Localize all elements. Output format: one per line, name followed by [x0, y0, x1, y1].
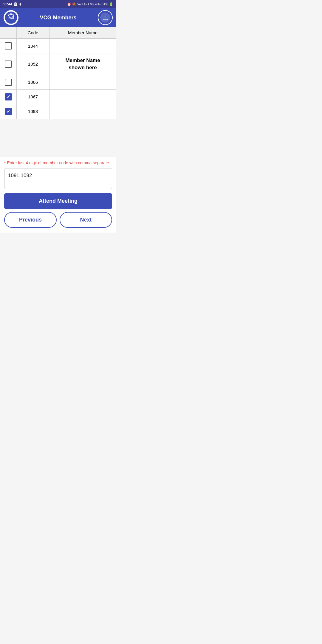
- header-check-col: [0, 27, 17, 38]
- member-name-placeholder: Member Nameshown here: [65, 57, 100, 71]
- table-row: 1044: [0, 39, 116, 53]
- time-display: 11:44: [3, 2, 12, 6]
- maahi-logo-left-svg: માહી: [4, 11, 18, 24]
- checkbox-1052[interactable]: [5, 61, 12, 68]
- header-code-col: Code: [17, 27, 49, 38]
- checkbox-1067[interactable]: [5, 93, 12, 100]
- name-col-1066: [49, 75, 116, 89]
- signal-lte1-icon: Voi LTE1: [77, 3, 89, 6]
- code-value-1067: 1067: [28, 94, 38, 99]
- download-icon: ⬇: [18, 2, 22, 7]
- attend-meeting-button[interactable]: Attend Meeting: [4, 193, 112, 209]
- status-time: 11:44 🖼 ⬇: [3, 2, 22, 7]
- hint-text: * Enter last 4 digit of member code with…: [4, 160, 112, 165]
- logo-left: માહી: [4, 10, 18, 25]
- svg-text:Maahi: Maahi: [103, 18, 108, 20]
- page: 11:44 🖼 ⬇ ⏰ 🔕 Voi LTE1 Voi 4G+ 61% 🔋 માહ…: [0, 0, 116, 233]
- status-right-icons: ⏰ 🔕 Voi LTE1 Voi 4G+ 61% 🔋: [67, 2, 113, 6]
- logo-right: 🐟 Maahi: [98, 10, 113, 25]
- check-col-1093[interactable]: [0, 104, 17, 119]
- navigation-buttons: Previous Next: [4, 212, 112, 230]
- member-code-input[interactable]: 1091,1092: [4, 168, 112, 189]
- header-name-text: Member Name: [68, 30, 97, 35]
- code-value-1093: 1093: [28, 109, 38, 114]
- table-rows-wrapper: 1044 1052 Member Nameshown here: [0, 39, 116, 119]
- table-row: 1066: [0, 75, 116, 90]
- header-name-col: Member Name: [49, 27, 116, 38]
- empty-space: [0, 119, 116, 157]
- app-header: માહી VCG Members 🐟 Maahi: [0, 8, 116, 27]
- signal-lte2-icon: Voi 4G+: [90, 3, 101, 6]
- code-value-1044: 1044: [28, 44, 38, 49]
- table-row: 1052 Member Nameshown here: [0, 53, 116, 75]
- table-header-row: Code Member Name: [0, 27, 116, 39]
- svg-point-3: [100, 13, 110, 23]
- content-area: Code Member Name 1044: [0, 27, 116, 233]
- check-col-1052[interactable]: [0, 53, 17, 75]
- previous-button[interactable]: Previous: [4, 212, 57, 228]
- svg-text:🐟: 🐟: [104, 15, 107, 18]
- code-col-1052: 1052: [17, 53, 49, 75]
- status-bar: 11:44 🖼 ⬇ ⏰ 🔕 Voi LTE1 Voi 4G+ 61% 🔋: [0, 0, 116, 8]
- battery-icon: 🔋: [109, 2, 113, 6]
- name-col-1093: [49, 104, 116, 119]
- members-table: Code Member Name 1044: [0, 27, 116, 119]
- name-col-1044: [49, 39, 116, 53]
- header-title: VCG Members: [18, 15, 98, 21]
- code-value-1066: 1066: [28, 80, 38, 85]
- table-row: 1093: [0, 104, 116, 119]
- checkbox-1044[interactable]: [5, 42, 12, 49]
- code-col-1066: 1066: [17, 75, 49, 89]
- code-value-1052: 1052: [28, 61, 38, 66]
- table-row: 1067: [0, 90, 116, 104]
- mute-icon: 🔕: [72, 2, 76, 6]
- code-col-1093: 1093: [17, 104, 49, 119]
- photo-icon: 🖼: [13, 2, 17, 7]
- name-col-1067: [49, 90, 116, 104]
- next-button[interactable]: Next: [60, 212, 112, 228]
- check-col-1044[interactable]: [0, 39, 17, 53]
- code-col-1067: 1067: [17, 90, 49, 104]
- battery-text: 61%: [102, 2, 108, 6]
- check-col-1066[interactable]: [0, 75, 17, 89]
- name-col-1052: Member Nameshown here: [49, 53, 116, 75]
- check-col-1067[interactable]: [0, 90, 17, 104]
- maahi-logo-right-svg: 🐟 Maahi: [100, 12, 111, 23]
- code-col-1044: 1044: [17, 39, 49, 53]
- checkbox-1066[interactable]: [5, 79, 12, 86]
- alarm-icon: ⏰: [67, 2, 71, 6]
- bottom-section: * Enter last 4 digit of member code with…: [0, 157, 116, 233]
- checkbox-1093[interactable]: [5, 108, 12, 115]
